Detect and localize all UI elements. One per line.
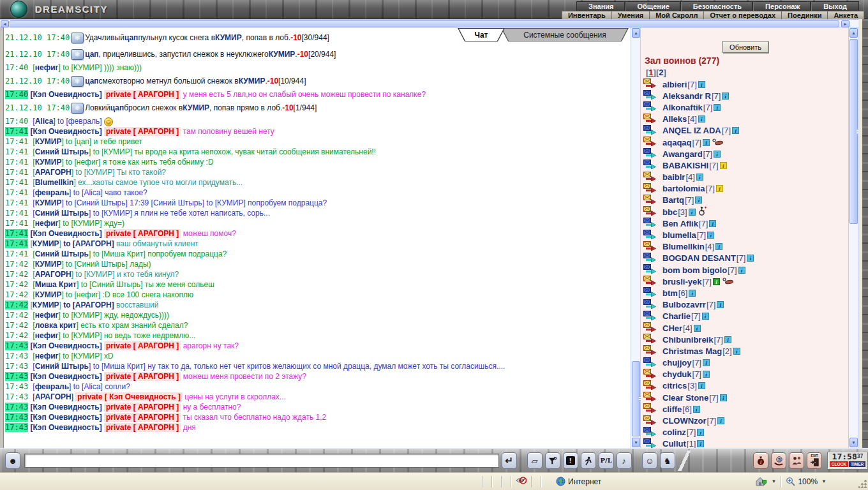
player-name-link[interactable]: Bulbozavrr — [662, 300, 706, 309]
player-info-icon[interactable]: i — [720, 394, 727, 401]
message-envelope-red-arrow-icon[interactable] — [643, 380, 657, 392]
send-button[interactable]: ↵ — [502, 452, 517, 469]
player-name-link[interactable]: нефиг — [35, 63, 59, 72]
message-envelope-red-arrow-icon[interactable] — [643, 415, 657, 427]
player-name-link[interactable]: Синий Штырь — [35, 362, 89, 371]
player-info-icon[interactable]: i — [707, 232, 714, 239]
player-name-link[interactable]: CHer — [662, 323, 682, 333]
message-envelope-red-arrow-icon[interactable] — [643, 403, 657, 415]
player-name-link[interactable]: Синий Штырь — [35, 249, 89, 258]
menu-item-Выход[interactable]: Выход — [811, 2, 858, 11]
timer-label[interactable]: TIMER — [849, 461, 865, 467]
player-name-link[interactable]: Aleksandr R — [662, 91, 711, 101]
message-envelope-red-arrow-icon[interactable] — [643, 345, 657, 357]
player-info-icon[interactable]: i — [717, 301, 724, 308]
player-name-link[interactable]: Blumellkin — [35, 178, 74, 187]
player-info-icon[interactable]: i — [689, 209, 696, 216]
player-info-icon[interactable]: i — [720, 162, 727, 169]
horizontal-scrollbar-thumb[interactable] — [10, 20, 839, 27]
player-info-icon[interactable]: i — [722, 93, 729, 100]
player-name-link[interactable]: КУМИР — [35, 290, 62, 299]
player-info-icon[interactable]: i — [689, 290, 696, 297]
message-envelope-cyan-arrow-icon[interactable] — [643, 160, 657, 171]
player-name-link[interactable]: [Кэп Очевидность] — [30, 372, 101, 381]
message-envelope-cyan-arrow-icon[interactable] — [643, 253, 657, 264]
player-name-link[interactable]: CLOWNzor — [662, 416, 707, 426]
clock-label[interactable]: CLOCK — [830, 461, 848, 467]
player-info-icon[interactable]: i — [716, 185, 723, 192]
horizontal-scrollbar[interactable]: ◄ ► — [0, 19, 858, 27]
message-envelope-cyan-arrow-icon[interactable] — [643, 311, 657, 322]
player-name-link[interactable]: cliffe — [662, 405, 682, 414]
player-name-link[interactable]: [Кэп Очевидность] — [30, 403, 101, 412]
player-name-link[interactable]: [Кэп Очевидность] — [30, 423, 101, 432]
menu-item-Персонаж[interactable]: Персонаж — [753, 2, 811, 11]
player-name-link[interactable]: нефиг — [35, 331, 59, 340]
player-name-link[interactable]: АРАГОРН — [35, 270, 71, 279]
player-name-link[interactable]: цап — [124, 33, 138, 43]
player-info-icon[interactable]: i — [697, 429, 704, 436]
player-name-link[interactable]: Charlie — [662, 311, 691, 321]
message-envelope-red-arrow-icon[interactable] — [643, 78, 657, 90]
sidebar-scroll-up-icon[interactable]: ▲ — [849, 28, 858, 38]
player-name-link[interactable]: АРАГОРН — [35, 392, 71, 401]
player-info-icon[interactable]: i — [717, 417, 724, 424]
message-envelope-red-arrow-icon[interactable] — [643, 322, 657, 334]
player-info-icon[interactable]: i — [747, 255, 754, 262]
menu-item-Безопасность[interactable]: Безопасность — [681, 2, 753, 11]
player-info-icon[interactable]: i — [733, 348, 740, 355]
chat-scrollbar-thumb[interactable] — [632, 361, 640, 436]
player-name-link[interactable]: albieri — [662, 80, 687, 89]
sidebar-scroll-down-icon[interactable]: ▼ — [849, 438, 858, 447]
player-name-link[interactable]: [Кэп Очевидность] — [30, 127, 101, 136]
chat-input[interactable] — [24, 454, 499, 468]
player-name-link[interactable]: Cullut — [662, 439, 686, 448]
player-info-icon[interactable]: i — [714, 151, 721, 158]
player-name-link[interactable]: Миша Крит — [35, 280, 77, 289]
exit-button[interactable]: EXIT — [807, 452, 822, 469]
player-name-link[interactable]: Синий Штырь — [35, 147, 89, 156]
message-envelope-cyan-arrow-icon[interactable] — [643, 287, 657, 299]
player-name-link[interactable]: КУМИР — [33, 301, 59, 309]
player-name-link[interactable]: Синий Штырь — [35, 209, 89, 218]
player-name-link[interactable]: ловка крит — [35, 321, 77, 330]
player-name-link[interactable]: цап — [85, 49, 98, 59]
zoom-control[interactable]: 100% ▼ — [786, 477, 827, 486]
player-name-link[interactable]: bbc — [662, 207, 677, 217]
page-link-2[interactable]: 2 — [659, 68, 663, 77]
player-name-link[interactable]: КУМИР — [35, 137, 62, 146]
player-name-link[interactable]: Christmas Mag — [662, 346, 722, 356]
message-envelope-red-arrow-icon[interactable] — [643, 206, 657, 218]
player-info-icon[interactable]: i — [698, 81, 705, 88]
player-name-link[interactable]: [Кэп Очевидность] — [30, 413, 101, 422]
pl-ratio-button[interactable]: P/L — [599, 452, 614, 469]
message-envelope-cyan-arrow-icon[interactable] — [643, 230, 657, 241]
money-bag-button[interactable]: i — [753, 452, 768, 469]
page-link-1[interactable]: 1 — [648, 68, 653, 77]
ignore-list-button[interactable]: ! — [563, 452, 578, 469]
player-name-link[interactable]: ANQEL IZ ADA — [662, 126, 721, 135]
chat-scroll-down-icon[interactable]: ▼ — [632, 438, 640, 447]
submenu-item-Мой Скролл[interactable]: Мой Скролл — [649, 11, 703, 19]
player-info-icon[interactable]: i — [698, 115, 705, 122]
menu-item-Знания[interactable]: Знания — [577, 2, 625, 11]
player-name-link[interactable]: нефиг — [35, 219, 59, 228]
player-name-link[interactable]: Chibunibreik — [662, 335, 713, 345]
player-info-icon[interactable]: i — [696, 174, 703, 181]
player-name-link[interactable]: КУМИР — [35, 260, 62, 269]
submenu-item-Умения[interactable]: Умения — [611, 11, 649, 19]
smiley-picker-button[interactable]: ☺ — [642, 452, 657, 469]
player-name-link[interactable]: Ben Aflik — [662, 219, 698, 228]
player-name-link[interactable]: citrics — [662, 381, 687, 390]
player-name-link[interactable]: февраль — [35, 382, 69, 391]
player-info-icon[interactable]: i — [702, 313, 709, 320]
duel-button[interactable] — [581, 452, 596, 469]
player-name-link[interactable]: blumella — [662, 230, 696, 240]
player-info-icon[interactable]: i — [693, 406, 700, 413]
player-name-link[interactable]: Blumellkin — [662, 242, 705, 251]
transfer-money-button[interactable]: 5 — [771, 452, 786, 469]
player-name-link[interactable]: Bartq — [662, 195, 684, 205]
player-name-link[interactable]: Clear Stone — [662, 393, 708, 403]
protected-mode-control[interactable]: ▼ — [756, 477, 776, 486]
player-name-link[interactable]: КУМИР — [35, 198, 62, 207]
